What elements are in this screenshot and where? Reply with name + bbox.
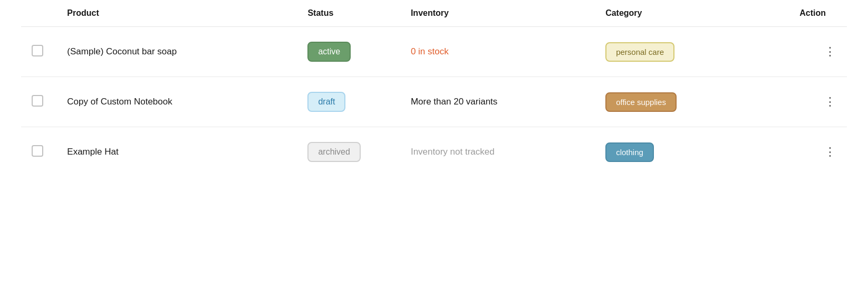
header-checkbox-col xyxy=(21,0,56,27)
action-menu-button[interactable]: ⋮ xyxy=(789,145,836,159)
product-table-container: Product Status Inventory Category Action… xyxy=(0,0,868,177)
row-checkbox[interactable] xyxy=(32,145,43,157)
category-badge: personal care xyxy=(605,42,674,62)
table-body: (Sample) Coconut bar soapactive0 in stoc… xyxy=(21,27,847,177)
status-badge: active xyxy=(307,42,351,62)
row-checkbox[interactable] xyxy=(32,45,43,56)
inventory-value: 0 in stock xyxy=(411,46,449,56)
product-name: (Sample) Coconut bar soap xyxy=(67,46,177,56)
table-row: Copy of Custom NotebookdraftMore than 20… xyxy=(21,77,847,127)
header-action: Action xyxy=(778,0,847,27)
action-menu-button[interactable]: ⋮ xyxy=(789,45,836,59)
product-name: Example Hat xyxy=(67,147,118,157)
action-menu-button[interactable]: ⋮ xyxy=(789,95,836,109)
category-badge: clothing xyxy=(605,142,654,162)
inventory-value: Inventory not tracked xyxy=(411,147,495,157)
status-badge: archived xyxy=(307,142,360,162)
product-table: Product Status Inventory Category Action… xyxy=(21,0,847,177)
table-row: (Sample) Coconut bar soapactive0 in stoc… xyxy=(21,27,847,77)
table-header-row: Product Status Inventory Category Action xyxy=(21,0,847,27)
row-checkbox[interactable] xyxy=(32,95,43,107)
table-row: Example HatarchivedInventory not tracked… xyxy=(21,127,847,177)
header-status: Status xyxy=(297,0,400,27)
header-category: Category xyxy=(595,0,778,27)
status-badge: draft xyxy=(307,92,345,112)
product-name: Copy of Custom Notebook xyxy=(67,97,172,107)
inventory-value: More than 20 variants xyxy=(411,97,497,107)
header-inventory: Inventory xyxy=(400,0,595,27)
header-product: Product xyxy=(56,0,297,27)
category-badge: office supplies xyxy=(605,92,677,112)
